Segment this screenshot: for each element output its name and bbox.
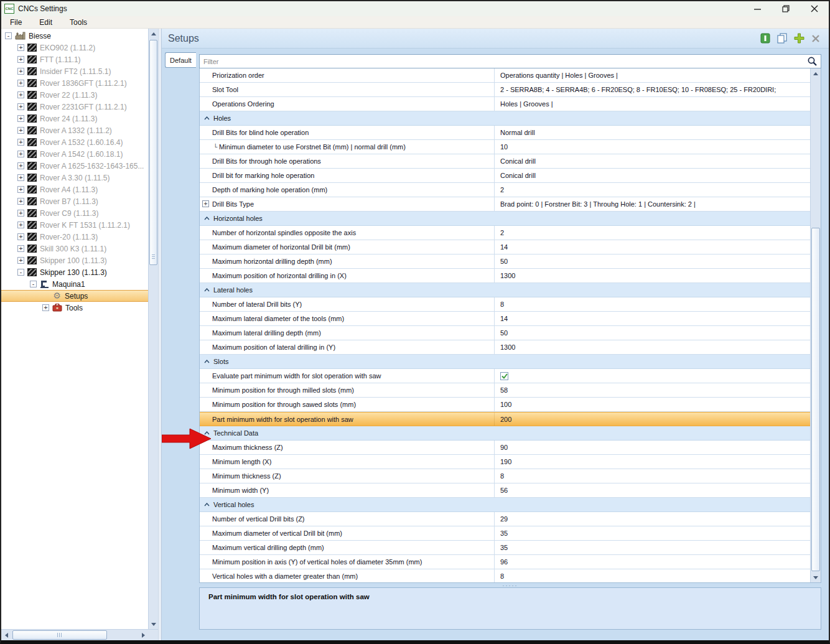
checkbox-checked[interactable]: [500, 372, 508, 380]
tree-item-machine[interactable]: + Rover A 1332 (1.11.2): [1, 124, 148, 136]
grid-row[interactable]: + Drill Bits Type Brad point: 0 | Forstn…: [200, 197, 810, 212]
description-splitter[interactable]: ·····: [199, 583, 821, 587]
grid-row[interactable]: Priorization order Operations quantity |…: [200, 68, 810, 83]
tree-item-machine[interactable]: + Rover A 1625-1632-1643-165...: [1, 160, 148, 172]
grid-row[interactable]: Number of lateral Drill bits (Y) 8: [200, 297, 810, 312]
property-value[interactable]: 35: [495, 526, 810, 540]
menu-file[interactable]: File: [1, 16, 30, 28]
grid-row[interactable]: Minimum length (X) 190: [200, 455, 810, 469]
scroll-right-button[interactable]: [138, 630, 148, 640]
grid-row[interactable]: Maximum vertical drilling depth (mm) 35: [200, 541, 810, 555]
expand-toggle[interactable]: +: [17, 80, 24, 86]
tree-item-machine[interactable]: + Rover K FT 1531 (1.11.2.1): [1, 219, 148, 231]
tree-item-biesse[interactable]: - Biesse: [1, 30, 148, 42]
scroll-up-button[interactable]: [811, 68, 821, 78]
expand-toggle[interactable]: +: [17, 151, 24, 157]
section-header-slots[interactable]: Slots: [200, 355, 810, 369]
grid-row[interactable]: Maximum position of horizontal drilling …: [200, 269, 810, 283]
tree-item-machine[interactable]: + Rover A 1532 (1.60.16.4): [1, 136, 148, 148]
collapse-toggle[interactable]: -: [30, 281, 37, 287]
section-header-lateral-holes[interactable]: Lateral holes: [200, 283, 810, 297]
expand-toggle[interactable]: +: [17, 68, 24, 75]
grid-row[interactable]: Maximum lateral diameter of the tools (m…: [200, 312, 810, 326]
grid-row[interactable]: Maximum thickness (Z) 90: [200, 441, 810, 455]
property-value[interactable]: 90: [495, 441, 810, 454]
grid-row[interactable]: Drill Bits for blind hole operation Norm…: [200, 126, 810, 140]
property-value[interactable]: 14: [495, 240, 810, 254]
add-button[interactable]: [793, 33, 804, 44]
property-value[interactable]: 2: [495, 226, 810, 240]
collapse-toggle[interactable]: -: [17, 269, 24, 276]
tree-item-machine[interactable]: + Rover A 3.30 (1.11.5): [1, 172, 148, 184]
tree-item-machine[interactable]: + Rover A4 (1.11.3): [1, 184, 148, 195]
grid-row[interactable]: Evaluate part minimum width for slot ope…: [200, 369, 810, 383]
property-value[interactable]: Normal drill: [495, 126, 810, 139]
property-value[interactable]: [495, 369, 810, 383]
expand-toggle[interactable]: +: [17, 245, 24, 252]
expand-toggle[interactable]: +: [42, 304, 49, 311]
scrollbar-track[interactable]: [811, 78, 821, 572]
grid-row[interactable]: Maximum lateral drilling depth (mm) 50: [200, 326, 810, 340]
tree-item-machine[interactable]: + Rover 22 (1.11.3): [1, 89, 148, 101]
export-button[interactable]: [760, 33, 771, 44]
property-value[interactable]: 29: [495, 512, 810, 526]
grid-row[interactable]: Depth of marking hole operation (mm) 2: [200, 183, 810, 197]
grid-row[interactable]: Maximum position of lateral drilling in …: [200, 340, 810, 355]
tree-horizontal-scrollbar[interactable]: [1, 629, 158, 640]
grid-row[interactable]: Operations Ordering Holes | Grooves |: [200, 97, 810, 111]
scrollbar-thumb[interactable]: [12, 630, 107, 640]
expand-toggle[interactable]: +: [17, 198, 24, 205]
grid-row[interactable]: Number of horizontal spindles opposite t…: [200, 226, 810, 240]
property-value[interactable]: 8: [495, 469, 810, 483]
grid-row[interactable]: └Minimun diameter to use Forstnet Bit (m…: [200, 140, 810, 154]
close-panel-button[interactable]: [810, 33, 821, 44]
scroll-down-button[interactable]: [811, 572, 821, 582]
search-icon[interactable]: [807, 56, 818, 67]
tree-item-skipper-130[interactable]: - Skipper 130 (1.11.3): [1, 266, 148, 278]
grid-row[interactable]: Minimum thickness (Z) 8: [200, 469, 810, 483]
property-value[interactable]: 35: [495, 541, 810, 554]
expand-toggle[interactable]: +: [17, 127, 24, 134]
property-value[interactable]: Holes | Grooves |: [495, 97, 810, 111]
scroll-down-button[interactable]: [149, 619, 158, 629]
grid-row[interactable]: Minimum width (Y) 56: [200, 483, 810, 498]
expand-toggle[interactable]: +: [17, 139, 24, 146]
expand-toggle[interactable]: +: [17, 222, 24, 228]
property-value[interactable]: 1300: [495, 269, 810, 282]
scrollbar-thumb[interactable]: [811, 228, 820, 571]
expand-toggle[interactable]: +: [17, 257, 24, 264]
property-value[interactable]: 100: [495, 398, 810, 411]
property-value[interactable]: 58: [495, 383, 810, 397]
section-header-horizontal-holes[interactable]: Horizontal holes: [200, 212, 810, 226]
property-value[interactable]: 190: [495, 455, 810, 469]
grid-row[interactable]: Minimum position for through sawed slots…: [200, 398, 810, 412]
property-value[interactable]: Operations quantity | Holes | Grooves |: [495, 68, 810, 82]
tree-item-machine[interactable]: + Rover 2231GFT (1.11.2.1): [1, 101, 148, 113]
close-button[interactable]: [800, 1, 829, 16]
tree-item-tools[interactable]: + Tools: [1, 302, 148, 314]
tab-default[interactable]: Default: [165, 52, 196, 68]
tree-vertical-scrollbar[interactable]: [148, 29, 158, 629]
property-value[interactable]: 2 - SERRA8B; 4 - SERRA4B; 6 - FR20ESQ; 8…: [495, 83, 810, 96]
section-header-holes[interactable]: Holes: [200, 111, 810, 126]
tree-item-machine[interactable]: + Rover-20 (1.11.3): [1, 231, 148, 243]
property-value[interactable]: 2: [495, 183, 810, 197]
grid-row[interactable]: Slot Tool 2 - SERRA8B; 4 - SERRA4B; 6 - …: [200, 83, 810, 97]
tree-item-machine[interactable]: + EKO902 (1.11.2): [1, 42, 148, 54]
tree-item-machine[interactable]: + Skill 300 K3 (1.11.1): [1, 243, 148, 254]
property-value[interactable]: 50: [495, 326, 810, 340]
tree-item-machine[interactable]: + Rover C9 (1.11.3): [1, 207, 148, 219]
property-value[interactable]: Conical drill: [495, 169, 810, 182]
menu-tools[interactable]: Tools: [61, 16, 96, 28]
grid-row[interactable]: Drill bit for marking hole operation Con…: [200, 169, 810, 183]
grid-row-highlighted[interactable]: Part minimum width for slot operation wi…: [200, 412, 810, 426]
expand-toggle[interactable]: +: [17, 210, 24, 217]
tree-item-machine[interactable]: + Rover 24 (1.11.3): [1, 113, 148, 124]
expand-toggle[interactable]: +: [17, 103, 24, 110]
minimize-button[interactable]: [743, 1, 772, 16]
tree-item-machine[interactable]: + FTT (1.11.1): [1, 54, 148, 65]
section-header-technical-data[interactable]: Technical Data: [200, 426, 810, 441]
menu-edit[interactable]: Edit: [30, 16, 61, 28]
expand-toggle[interactable]: +: [17, 174, 24, 181]
property-value[interactable]: 200: [495, 413, 810, 426]
